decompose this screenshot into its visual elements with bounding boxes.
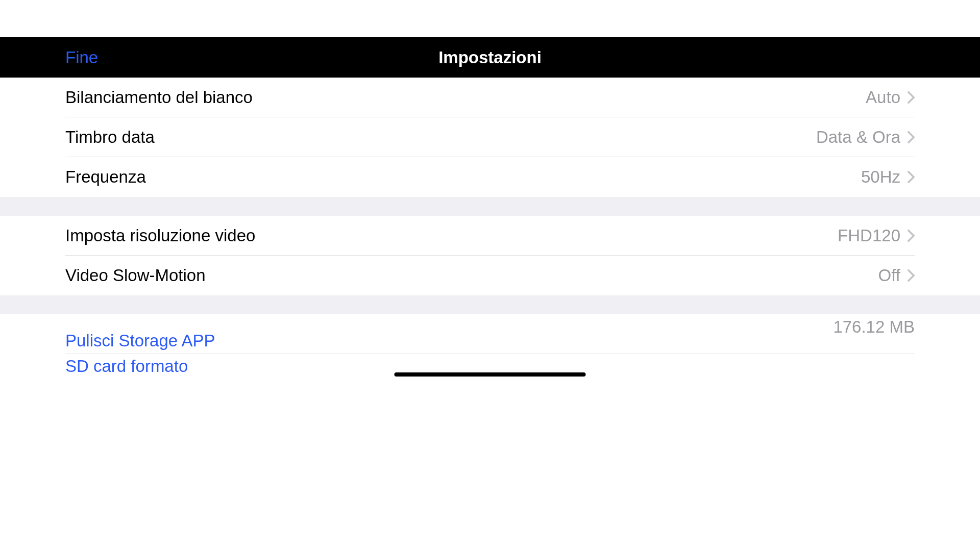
frequency-value: 50Hz	[861, 167, 900, 187]
sd-format-row[interactable]: SD card formato	[0, 354, 980, 383]
page-title: Impostazioni	[438, 48, 542, 67]
date-stamp-row[interactable]: Timbro data Data & Ora	[0, 117, 980, 157]
section-divider	[0, 197, 980, 216]
slow-motion-label: Video Slow-Motion	[65, 266, 206, 285]
slow-motion-value: Off	[878, 266, 900, 285]
video-resolution-row[interactable]: Imposta risoluzione video FHD120	[0, 216, 980, 256]
clean-storage-row[interactable]: Pulisci Storage APP 176.12 MB	[0, 314, 980, 354]
video-resolution-label: Imposta risoluzione video	[65, 226, 255, 245]
settings-section-1: Bilanciamento del bianco Auto Timbro dat…	[0, 78, 980, 197]
white-balance-label: Bilanciamento del bianco	[65, 88, 253, 107]
white-balance-value: Auto	[866, 88, 900, 107]
video-resolution-value: FHD120	[838, 226, 900, 245]
done-button[interactable]: Fine	[65, 48, 98, 67]
clean-storage-label: Pulisci Storage APP	[65, 331, 215, 350]
clean-storage-value: 176.12 MB	[833, 314, 915, 337]
header-bar: Fine Impostazioni	[0, 37, 980, 78]
frequency-label: Frequenza	[65, 167, 146, 187]
bottom-spacer	[0, 383, 980, 551]
chevron-right-icon	[908, 131, 915, 143]
home-indicator[interactable]	[395, 372, 586, 377]
date-stamp-value: Data & Ora	[816, 128, 900, 147]
settings-section-3: Pulisci Storage APP 176.12 MB SD card fo…	[0, 314, 980, 383]
chevron-right-icon	[908, 269, 915, 282]
sd-format-label: SD card formato	[65, 357, 188, 376]
date-stamp-label: Timbro data	[65, 128, 155, 147]
chevron-right-icon	[908, 91, 915, 104]
slow-motion-row[interactable]: Video Slow-Motion Off	[0, 256, 980, 295]
white-balance-row[interactable]: Bilanciamento del bianco Auto	[0, 78, 980, 117]
top-spacer	[0, 0, 980, 37]
settings-section-2: Imposta risoluzione video FHD120 Video S…	[0, 216, 980, 295]
section-divider	[0, 295, 980, 314]
chevron-right-icon	[908, 171, 915, 183]
chevron-right-icon	[908, 230, 915, 242]
frequency-row[interactable]: Frequenza 50Hz	[0, 157, 980, 197]
